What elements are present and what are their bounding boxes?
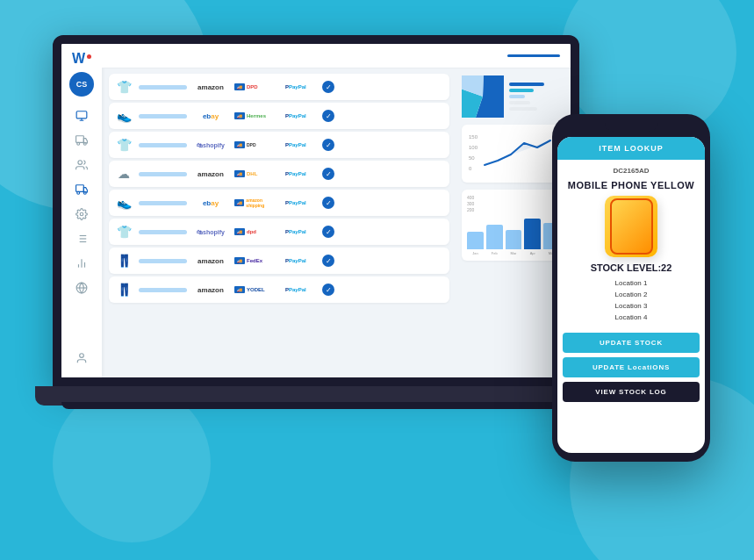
svg-point-30 bbox=[629, 244, 633, 248]
row-bar bbox=[139, 85, 187, 90]
phone-screen: ITEM LOOKUP DC2165AD MOBILE PHONE YELLOW… bbox=[557, 137, 705, 453]
line-chart-container: 150 100 50 0 bbox=[462, 125, 565, 183]
courier-name: FedEx bbox=[247, 258, 262, 263]
location-list: Location 1 Location 2 Location 3 Locatio… bbox=[564, 278, 698, 322]
legend-bar-5 bbox=[509, 107, 537, 111]
svg-rect-5 bbox=[76, 185, 84, 192]
courier-cell: 🚚 Hermes bbox=[234, 112, 280, 119]
courier-cell: 🚚 DHL bbox=[234, 170, 280, 177]
bar-jan bbox=[467, 232, 484, 249]
phone-buttons: UPDATE STOCK UPDATE LocatiONS VIEW STOCK… bbox=[557, 329, 705, 409]
stock-level: STOCK LEVEL:22 bbox=[591, 262, 672, 273]
sidebar-item-chart[interactable] bbox=[72, 254, 91, 273]
main-content: 👕 amazon 🚚 DPD PPayPal ✓ bbox=[102, 44, 571, 377]
row-bar bbox=[139, 201, 187, 205]
location-item-3: Location 3 bbox=[564, 301, 698, 311]
chart-labels: Jan Feb Mar Apr May bbox=[467, 251, 560, 255]
courier-cell: 🚚 YODEL bbox=[234, 286, 280, 293]
legend-bar-3 bbox=[509, 95, 525, 98]
app-logo: W bbox=[72, 51, 91, 67]
table-row: 👕 🛍shopify 🚚 dpd PPayPal ✓ bbox=[109, 219, 449, 245]
update-stock-button[interactable]: UPDATE STOCK bbox=[563, 333, 700, 353]
courier-cell: 🚚 DPD bbox=[234, 83, 280, 90]
svg-point-6 bbox=[77, 191, 80, 194]
location-item-1: Location 1 bbox=[564, 278, 698, 288]
payment-paypal: PPayPal bbox=[285, 142, 317, 147]
location-item-4: Location 4 bbox=[564, 312, 698, 322]
table-row: 👟 ebay 🚚 Hermes PPayPal ✓ bbox=[109, 103, 449, 129]
sidebar-item-delivery[interactable] bbox=[72, 180, 91, 199]
status-check: ✓ bbox=[322, 255, 334, 267]
phone-header: ITEM LOOKUP bbox=[557, 137, 705, 160]
logo-letter: W bbox=[72, 51, 85, 67]
phone-product-svg bbox=[614, 200, 649, 253]
sidebar: W CS bbox=[61, 44, 102, 377]
chart-label-mar: Mar bbox=[506, 251, 522, 255]
status-check: ✓ bbox=[322, 81, 334, 93]
product-icon: 👕 bbox=[114, 135, 133, 154]
laptop-wrapper: W CS bbox=[53, 35, 597, 421]
courier-icon: 🚚 bbox=[234, 112, 245, 119]
payment-paypal: PPayPal bbox=[285, 171, 317, 176]
status-check: ✓ bbox=[322, 110, 334, 122]
courier-cell: 🚚 amazon shipping bbox=[234, 197, 280, 208]
marketplace-amazon: amazon bbox=[192, 286, 229, 294]
sidebar-item-globe[interactable] bbox=[72, 278, 91, 298]
payment-paypal: PPayPal bbox=[285, 200, 317, 205]
location-item-2: Location 2 bbox=[564, 290, 698, 299]
sidebar-item-profile[interactable] bbox=[72, 348, 91, 368]
header-bar-line bbox=[507, 54, 560, 57]
courier-name: amazon shipping bbox=[246, 197, 280, 208]
courier-name: dpd bbox=[247, 229, 256, 234]
marketplace-amazon: amazon bbox=[192, 257, 229, 265]
pie-chart bbox=[462, 75, 504, 118]
marketplace-shopify: 🛍shopify bbox=[192, 142, 229, 148]
row-bar bbox=[139, 230, 187, 234]
sidebar-item-truck[interactable] bbox=[72, 131, 91, 150]
bar-chart-container: 400300200 Jan Feb bbox=[462, 190, 565, 261]
courier-name: Hermes bbox=[247, 113, 266, 118]
table-row: 👕 🛍shopify 🚚 DPD PPayPal ✓ bbox=[109, 132, 449, 158]
courier-name: DHL bbox=[247, 171, 257, 176]
legend-bar-4 bbox=[509, 101, 530, 104]
chart-label-feb: Feb bbox=[486, 251, 503, 255]
product-icon: 👟 bbox=[114, 193, 133, 212]
product-icon: 👖 bbox=[114, 251, 133, 270]
payment-paypal: PPayPal bbox=[285, 113, 317, 118]
table-area: 👕 amazon 🚚 DPD PPayPal ✓ bbox=[102, 68, 571, 377]
payment-paypal: PPayPal bbox=[285, 84, 317, 90]
table-row: 👖 amazon 🚚 FedEx PPayPal ✓ bbox=[109, 248, 449, 274]
sidebar-item-monitor[interactable] bbox=[72, 106, 91, 126]
status-check: ✓ bbox=[322, 168, 334, 180]
table-row: 👖 amazon 🚚 YODEL PPayPal ✓ bbox=[109, 276, 449, 303]
bar-apr bbox=[524, 219, 541, 249]
sidebar-item-gear-users[interactable] bbox=[72, 205, 91, 224]
table-row: 👕 amazon 🚚 DPD PPayPal ✓ bbox=[109, 74, 449, 100]
courier-icon: 🚚 bbox=[234, 170, 245, 177]
sidebar-item-users[interactable] bbox=[72, 155, 91, 175]
legend-bar-2 bbox=[509, 89, 534, 92]
update-locations-button[interactable]: UPDATE LocatiONS bbox=[563, 357, 700, 377]
svg-rect-0 bbox=[76, 111, 87, 118]
view-stock-log-button[interactable]: VIEW STOCK LOG bbox=[563, 382, 700, 402]
svg-text:50: 50 bbox=[469, 155, 475, 161]
svg-point-3 bbox=[83, 142, 86, 145]
marketplace-amazon: amazon bbox=[192, 170, 229, 178]
svg-point-2 bbox=[77, 142, 80, 145]
courier-icon: 🚚 bbox=[234, 257, 245, 264]
sidebar-item-list[interactable] bbox=[72, 229, 91, 248]
courier-name: DPD bbox=[247, 142, 256, 147]
status-check: ✓ bbox=[322, 226, 334, 238]
svg-point-23 bbox=[464, 78, 501, 115]
header-bar bbox=[102, 44, 571, 68]
courier-cell: 🚚 FedEx bbox=[234, 257, 280, 264]
courier-icon: 🚚 bbox=[234, 141, 245, 148]
chart-label-jan: Jan bbox=[467, 251, 484, 255]
legend-bar-1 bbox=[509, 83, 544, 86]
marketplace-shopify: 🛍shopify bbox=[192, 229, 229, 235]
table-section: 👕 amazon 🚚 DPD PPayPal ✓ bbox=[102, 68, 456, 377]
payment-paypal: PPayPal bbox=[285, 229, 317, 234]
svg-rect-28 bbox=[617, 202, 645, 251]
line-chart: 150 100 50 0 bbox=[467, 130, 564, 174]
logo-dot bbox=[87, 54, 91, 59]
